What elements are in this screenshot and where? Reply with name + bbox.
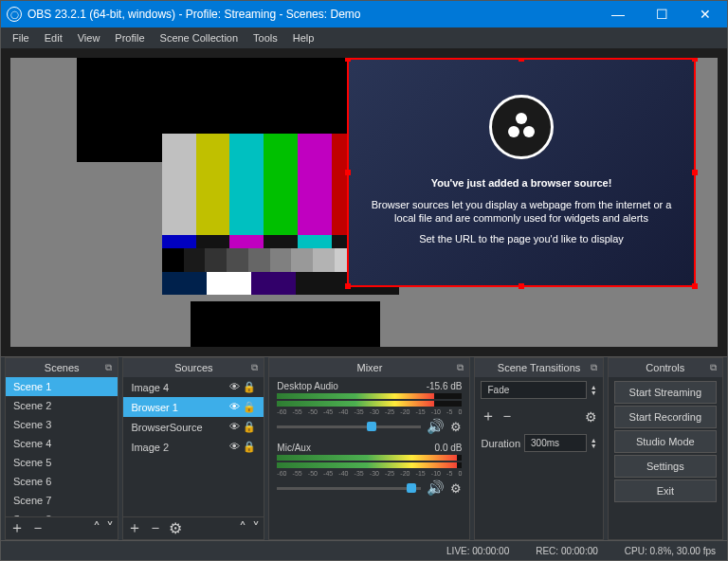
settings-button[interactable]: Settings — [614, 455, 717, 478]
status-rec: REC: 00:00:00 — [536, 546, 598, 556]
vu-meter — [277, 401, 462, 407]
scenes-list[interactable]: Scene 1Scene 2Scene 3Scene 4Scene 5Scene… — [6, 377, 118, 516]
source-item[interactable]: Browser 1👁🔒 — [123, 397, 264, 417]
preview-canvas[interactable]: You've just added a browser source! Brow… — [10, 58, 718, 347]
remove-transition-button[interactable]: － — [500, 407, 515, 426]
move-scene-up-button[interactable]: ˄ — [93, 519, 100, 537]
speaker-icon[interactable]: 🔊 — [427, 480, 445, 497]
add-scene-button[interactable]: ＋ — [9, 518, 25, 538]
mixer-panel: Mixer⧉ Desktop Audio-15.6 dB -60-55-50-4… — [268, 357, 470, 540]
source-item[interactable]: Image 4👁🔒 — [123, 377, 264, 397]
move-source-up-button[interactable]: ˄ — [239, 519, 246, 537]
visibility-icon[interactable]: 👁 — [229, 381, 240, 393]
speaker-icon[interactable]: 🔊 — [427, 418, 445, 435]
popout-icon[interactable]: ⧉ — [710, 362, 717, 373]
transitions-panel: Scene Transitions⧉ Fade ▲▼ ＋ － ⚙ Duratio… — [474, 357, 603, 540]
sources-panel: Sources⧉ Image 4👁🔒Browser 1👁🔒BrowserSour… — [122, 357, 264, 540]
channel-settings-icon[interactable]: ⚙ — [450, 420, 462, 434]
sources-header[interactable]: Sources⧉ — [123, 358, 264, 377]
svg-point-3 — [519, 124, 524, 130]
sources-toolbar: ＋ － ⚙ ˄ ˅ — [123, 516, 264, 539]
svg-point-1 — [508, 126, 519, 137]
channel-settings-icon[interactable]: ⚙ — [450, 481, 462, 496]
mixer-body: Desktop Audio-15.6 dB -60-55-50-45-40-35… — [269, 377, 469, 539]
panels-row: Scenes⧉ Scene 1Scene 2Scene 3Scene 4Scen… — [1, 356, 727, 540]
remove-source-button[interactable]: － — [148, 518, 163, 538]
visibility-icon[interactable]: 👁 — [229, 441, 240, 453]
scenes-toolbar: ＋ － ˄ ˅ — [6, 516, 118, 539]
scene-item[interactable]: Scene 3 — [6, 415, 118, 434]
scene-item[interactable]: Scene 5 — [6, 453, 118, 472]
menubar: File Edit View Profile Scene Collection … — [1, 27, 727, 48]
close-button[interactable]: ✕ — [683, 1, 727, 27]
channel-name: Desktop Audio — [277, 381, 338, 391]
titlebar[interactable]: ◯ OBS 23.2.1 (64-bit, windows) - Profile… — [1, 1, 727, 27]
source-properties-button[interactable]: ⚙ — [169, 519, 182, 537]
overlay-hint: Set the URL to the page you'd like to di… — [419, 232, 624, 245]
start-streaming-button[interactable]: Start Streaming — [614, 381, 717, 404]
statusbar: LIVE: 00:00:00 REC: 00:00:00 CPU: 0.8%, … — [1, 540, 727, 560]
menu-file[interactable]: File — [5, 29, 37, 46]
sources-list[interactable]: Image 4👁🔒Browser 1👁🔒BrowserSource👁🔒Image… — [123, 377, 264, 516]
volume-slider[interactable] — [277, 425, 421, 428]
controls-body: Start Streaming Start Recording Studio M… — [609, 377, 722, 539]
scenes-header[interactable]: Scenes⧉ — [6, 358, 118, 377]
popout-icon[interactable]: ⧉ — [591, 362, 597, 373]
visibility-icon[interactable]: 👁 — [229, 401, 240, 413]
black-bar — [191, 301, 380, 347]
volume-slider[interactable] — [277, 487, 421, 490]
transition-properties-button[interactable]: ⚙ — [585, 409, 597, 425]
controls-header[interactable]: Controls⧉ — [609, 358, 722, 377]
popout-icon[interactable]: ⧉ — [105, 362, 112, 373]
source-item[interactable]: BrowserSource👁🔒 — [123, 417, 264, 437]
channel-db: -15.6 dB — [427, 381, 463, 391]
add-source-button[interactable]: ＋ — [127, 518, 142, 538]
menu-edit[interactable]: Edit — [37, 29, 70, 46]
start-recording-button[interactable]: Start Recording — [614, 406, 717, 428]
menu-profile[interactable]: Profile — [107, 29, 152, 46]
move-scene-down-button[interactable]: ˅ — [106, 519, 114, 537]
minimize-button[interactable]: — — [596, 1, 640, 27]
svg-point-2 — [523, 126, 535, 137]
scene-item[interactable]: Scene 6 — [6, 472, 118, 491]
svg-point-0 — [516, 113, 527, 124]
add-transition-button[interactable]: ＋ — [481, 407, 496, 426]
lock-icon[interactable]: 🔒 — [243, 381, 256, 393]
overlay-headline: You've just added a browser source! — [431, 176, 612, 190]
preview-area[interactable]: You've just added a browser source! Brow… — [1, 48, 727, 356]
popout-icon[interactable]: ⧉ — [251, 362, 258, 373]
mixer-header[interactable]: Mixer⧉ — [269, 358, 469, 377]
status-cpu: CPU: 0.8%, 30.00 fps — [625, 546, 716, 556]
menu-view[interactable]: View — [70, 29, 108, 46]
duration-input[interactable]: 300ms — [524, 434, 587, 452]
move-source-down-button[interactable]: ˅ — [252, 519, 260, 537]
transitions-header[interactable]: Scene Transitions⧉ — [475, 358, 602, 377]
studio-mode-button[interactable]: Studio Mode — [614, 430, 717, 453]
mixer-channel: Mic/Aux0.0 dB -60-55-50-45-40-35-30-25-2… — [269, 439, 469, 500]
lock-icon[interactable]: 🔒 — [243, 441, 256, 453]
menu-scene-collection[interactable]: Scene Collection — [153, 29, 246, 46]
scene-item[interactable]: Scene 8 — [6, 510, 118, 516]
menu-help[interactable]: Help — [285, 29, 322, 46]
lock-icon[interactable]: 🔒 — [243, 401, 256, 413]
obs-logo-icon — [489, 95, 554, 159]
scene-item[interactable]: Scene 2 — [6, 396, 118, 415]
lock-icon[interactable]: 🔒 — [243, 421, 256, 433]
exit-button[interactable]: Exit — [614, 480, 717, 502]
menu-tools[interactable]: Tools — [246, 29, 285, 46]
channel-db: 0.0 dB — [435, 443, 463, 453]
source-item[interactable]: Image 2👁🔒 — [123, 437, 264, 457]
scene-item[interactable]: Scene 4 — [6, 434, 118, 453]
popout-icon[interactable]: ⧉ — [457, 362, 464, 373]
scene-item[interactable]: Scene 1 — [6, 377, 118, 396]
remove-scene-button[interactable]: － — [30, 518, 46, 538]
vu-meter — [277, 393, 462, 399]
duration-spinner[interactable]: ▲▼ — [591, 438, 597, 449]
transition-select[interactable]: Fade — [481, 381, 586, 399]
scenes-panel: Scenes⧉ Scene 1Scene 2Scene 3Scene 4Scen… — [5, 357, 118, 540]
transition-spinner[interactable]: ▲▼ — [591, 385, 597, 396]
visibility-icon[interactable]: 👁 — [229, 421, 240, 433]
browser-source-overlay[interactable]: You've just added a browser source! Brow… — [347, 58, 696, 287]
maximize-button[interactable]: ☐ — [640, 1, 683, 27]
scene-item[interactable]: Scene 7 — [6, 491, 118, 510]
